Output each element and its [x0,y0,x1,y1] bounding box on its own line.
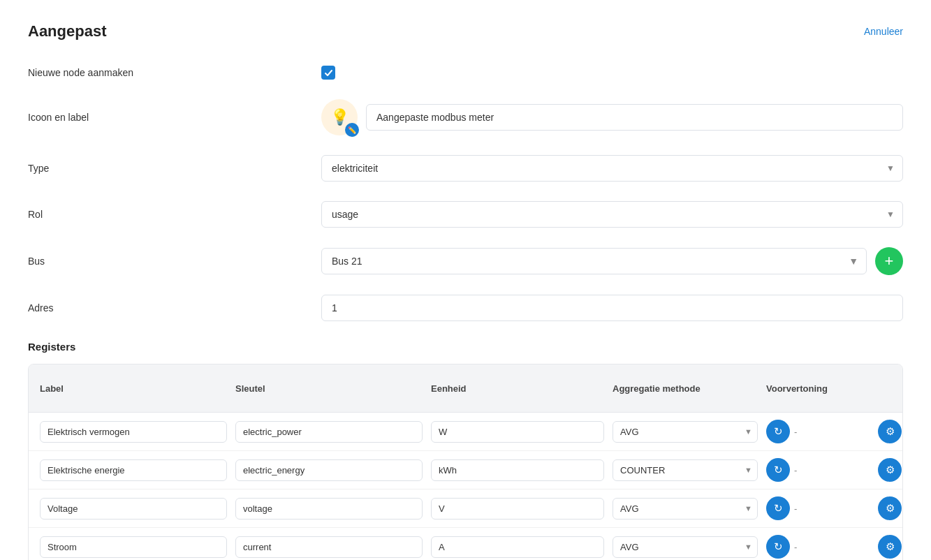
table-row: AVG SUM COUNTER MAX MIN ▼ ↻ - ⚙ [29,528,902,560]
row2-label-input[interactable] [40,459,227,481]
row2-actions-cell: ⚙ 🗑 [878,458,903,482]
rol-row: Rol usage production storage ▼ [28,201,903,228]
type-select[interactable]: elektriciteit gas water [321,155,903,182]
table-header: Label Sleutel Eenheid Aggregatie methode… [29,364,902,413]
nieuwe-node-checkbox[interactable] [321,66,335,80]
row1-dash: - [794,427,797,437]
row1-sleutel-cell [235,421,431,443]
bus-select[interactable]: Bus 21 Bus 1 Bus 2 [321,248,867,274]
row3-dash: - [794,503,797,514]
row4-eenheid-cell [431,536,613,558]
icoon-row: Icoon en label 💡 ✏️ [28,99,903,135]
table-row: AVG SUM COUNTER MAX MIN ▼ ↻ - ⚙ [29,451,902,489]
row1-aggregatie-select[interactable]: AVG SUM COUNTER MAX MIN [613,421,758,443]
col-eenheid: Eenheid [431,383,613,394]
row3-aggregatie-cell: AVG SUM COUNTER MAX MIN ▼ [613,498,766,520]
row1-settings-button[interactable]: ⚙ [878,420,902,443]
col-sleutel: Sleutel [235,383,431,394]
bus-select-wrapper: Bus 21 Bus 1 Bus 2 ▼ [321,248,867,274]
row3-actions-cell: ⚙ 🗑 [878,496,903,520]
row3-label-input[interactable] [40,498,227,520]
row1-voorvertoning-cell: ↻ - [766,420,878,443]
row2-sleutel-cell [235,459,431,481]
row3-sleutel-input[interactable] [235,498,423,520]
row1-refresh-button[interactable]: ↻ [766,420,790,443]
row1-eenheid-input[interactable] [431,421,604,443]
adres-label: Adres [28,302,321,314]
row3-settings-button[interactable]: ⚙ [878,496,902,520]
row3-aggregatie-select[interactable]: AVG SUM COUNTER MAX MIN [613,498,758,520]
row1-eenheid-cell [431,421,613,443]
type-row: Type elektriciteit gas water ▼ [28,155,903,182]
nieuwe-node-label: Nieuwe node aanmaken [28,67,321,78]
registers-section: Registers Label Sleutel Eenheid Aggregat… [28,341,903,560]
registers-table: Label Sleutel Eenheid Aggregatie methode… [28,364,903,560]
col-label: Label [40,383,235,394]
row2-dash: - [794,465,797,476]
row1-aggregatie-wrapper: AVG SUM COUNTER MAX MIN ▼ [613,421,758,443]
row3-aggregatie-wrapper: AVG SUM COUNTER MAX MIN ▼ [613,498,758,520]
row4-aggregatie-wrapper: AVG SUM COUNTER MAX MIN ▼ [613,536,758,558]
table-row: AVG SUM COUNTER MAX MIN ▼ ↻ - ⚙ [29,489,902,528]
row1-label-cell [40,421,235,443]
rol-select[interactable]: usage production storage [321,201,903,228]
row2-sleutel-input[interactable] [235,459,423,481]
rol-select-wrapper: usage production storage ▼ [321,201,903,228]
row4-aggregatie-cell: AVG SUM COUNTER MAX MIN ▼ [613,536,766,558]
bulb-icon: 💡 [330,108,349,126]
row2-aggregatie-wrapper: AVG SUM COUNTER MAX MIN ▼ [613,459,758,481]
row4-actions-cell: ⚙ 🗑 [878,535,903,559]
row1-aggregatie-cell: AVG SUM COUNTER MAX MIN ▼ [613,421,766,443]
row4-refresh-button[interactable]: ↻ [766,535,790,559]
table-row: AVG SUM COUNTER MAX MIN ▼ ↻ - ⚙ [29,413,902,451]
row1-actions-cell: ⚙ 🗑 [878,420,903,443]
row3-refresh-button[interactable]: ↻ [766,496,790,520]
row4-label-cell [40,536,235,558]
row2-aggregatie-select[interactable]: AVG SUM COUNTER MAX MIN [613,459,758,481]
row4-sleutel-cell [235,536,431,558]
row4-settings-button[interactable]: ⚙ [878,535,902,559]
row2-eenheid-input[interactable] [431,459,604,481]
table-header-actions: + [878,374,903,402]
row1-label-input[interactable] [40,421,227,443]
row3-label-cell [40,498,235,520]
icoon-label: Icoon en label [28,112,321,123]
row3-sleutel-cell [235,498,431,520]
row1-sleutel-input[interactable] [235,421,423,443]
row2-settings-button[interactable]: ⚙ [878,458,902,482]
rol-label: Rol [28,209,321,220]
icoon-text-input[interactable] [366,104,903,131]
row2-label-cell [40,459,235,481]
bus-row: Bus Bus 21 Bus 1 Bus 2 ▼ + [28,247,903,275]
type-select-wrapper: elektriciteit gas water ▼ [321,155,903,182]
row4-sleutel-input[interactable] [235,536,423,558]
row4-aggregatie-select[interactable]: AVG SUM COUNTER MAX MIN [613,536,758,558]
nieuwe-node-row: Nieuwe node aanmaken [28,66,903,80]
row3-eenheid-cell [431,498,613,520]
page-title: Aangepast [28,22,106,40]
adres-input[interactable] [321,295,903,321]
row3-voorvertoning-cell: ↻ - [766,496,878,520]
add-bus-button[interactable]: + [875,247,903,275]
row2-voorvertoning-cell: ↻ - [766,458,878,482]
row2-eenheid-cell [431,459,613,481]
adres-row: Adres [28,295,903,321]
registers-title: Registers [28,341,903,353]
row2-aggregatie-cell: AVG SUM COUNTER MAX MIN ▼ [613,459,766,481]
edit-badge-icon[interactable]: ✏️ [345,123,359,137]
type-label: Type [28,163,321,174]
row4-voorvertoning-cell: ↻ - [766,535,878,559]
row4-eenheid-input[interactable] [431,536,604,558]
icon-avatar[interactable]: 💡 ✏️ [321,99,358,135]
row4-label-input[interactable] [40,536,227,558]
col-aggregatie: Aggregatie methode [613,383,766,394]
row3-eenheid-input[interactable] [431,498,604,520]
annuleer-link[interactable]: Annuleer [864,26,903,37]
bus-label: Bus [28,256,321,267]
col-voorvertoning: Voorvertoning [766,383,878,394]
row4-dash: - [794,542,797,552]
row2-refresh-button[interactable]: ↻ [766,458,790,482]
